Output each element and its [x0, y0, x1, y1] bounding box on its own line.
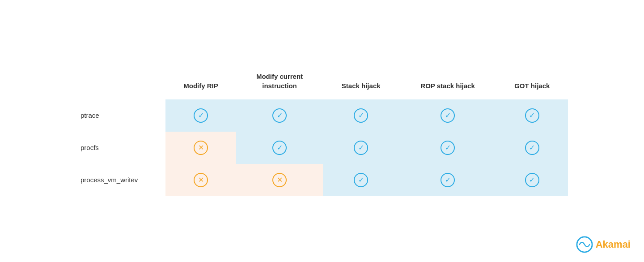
row-label-ptrace: ptrace	[76, 99, 165, 132]
cell-ptrace-3: ✓	[399, 99, 496, 132]
check-icon: ✓	[525, 141, 539, 155]
cell-process_vm_writev-2: ✓	[323, 164, 399, 196]
row-label-procfs: procfs	[76, 132, 165, 164]
check-icon: ✓	[194, 108, 208, 123]
row-label-process_vm_writev: process_vm_writev	[76, 164, 165, 196]
cell-process_vm_writev-4: ✓	[496, 164, 568, 196]
check-icon: ✓	[272, 141, 287, 155]
table-row-ptrace: ptrace✓✓✓✓✓	[76, 99, 568, 132]
table-wrapper: Modify RIP Modify current instruction St…	[76, 66, 568, 196]
col-header-rop-stack-hijack: ROP stack hijack	[399, 66, 496, 99]
check-icon: ✓	[272, 108, 287, 123]
check-icon: ✓	[525, 108, 539, 123]
akamai-logo-icon	[576, 236, 593, 253]
cell-ptrace-4: ✓	[496, 99, 568, 132]
col-header-stack-hijack: Stack hijack	[323, 66, 399, 99]
check-icon: ✓	[354, 173, 368, 187]
main-container: Modify RIP Modify current instruction St…	[0, 0, 644, 262]
cell-procfs-2: ✓	[323, 132, 399, 164]
col-header-modify-rip: Modify RIP	[165, 66, 236, 99]
akamai-logo: Akamai	[576, 236, 631, 253]
check-icon: ✓	[354, 141, 368, 155]
cell-ptrace-1: ✓	[236, 99, 323, 132]
col-header-modify-instruction: Modify current instruction	[236, 66, 323, 99]
cell-process_vm_writev-0: ✕	[165, 164, 236, 196]
cell-ptrace-0: ✓	[165, 99, 236, 132]
table-row-procfs: procfs✕✓✓✓✓	[76, 132, 568, 164]
cross-icon: ✕	[272, 173, 287, 187]
col-header-empty	[76, 66, 165, 99]
check-icon: ✓	[354, 108, 368, 123]
cell-procfs-4: ✓	[496, 132, 568, 164]
check-icon: ✓	[441, 173, 455, 187]
cross-icon: ✕	[194, 173, 208, 187]
check-icon: ✓	[441, 108, 455, 123]
cell-procfs-0: ✕	[165, 132, 236, 164]
table-row-process_vm_writev: process_vm_writev✕✕✓✓✓	[76, 164, 568, 196]
cell-process_vm_writev-1: ✕	[236, 164, 323, 196]
cell-procfs-3: ✓	[399, 132, 496, 164]
col-header-got-hijack: GOT hijack	[496, 66, 568, 99]
comparison-table: Modify RIP Modify current instruction St…	[76, 66, 568, 196]
akamai-logo-text: Akamai	[596, 239, 631, 250]
cell-process_vm_writev-3: ✓	[399, 164, 496, 196]
cell-procfs-1: ✓	[236, 132, 323, 164]
check-icon: ✓	[525, 173, 539, 187]
cross-icon: ✕	[194, 141, 208, 155]
check-icon: ✓	[441, 141, 455, 155]
cell-ptrace-2: ✓	[323, 99, 399, 132]
